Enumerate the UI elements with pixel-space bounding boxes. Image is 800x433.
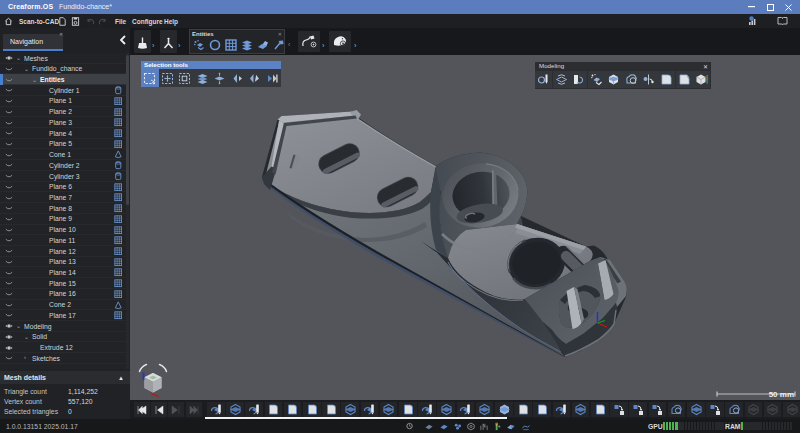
- svg-text:,: ,: [412, 427, 413, 430]
